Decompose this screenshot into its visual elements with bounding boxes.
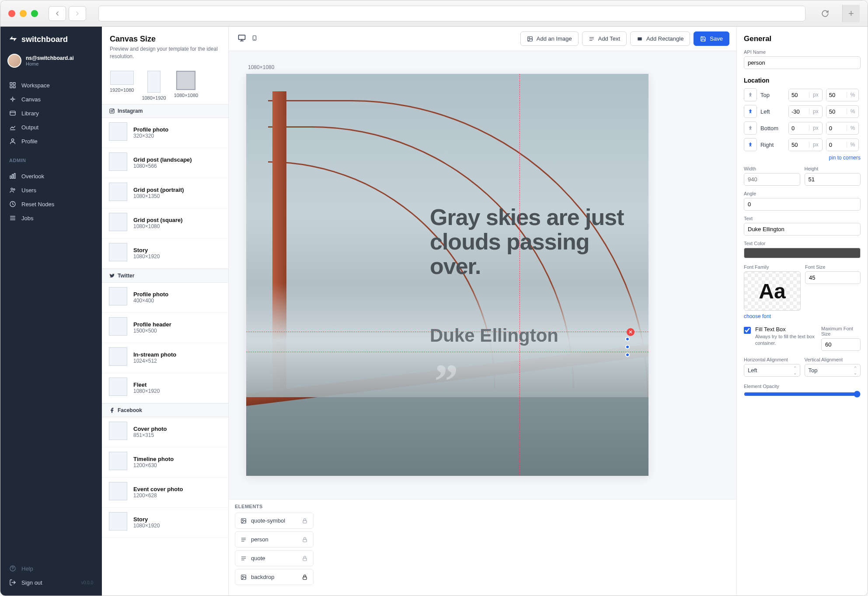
pin-top-button[interactable] xyxy=(744,88,757,101)
sidebar-item-output[interactable]: Output xyxy=(0,120,102,134)
size-preset-story[interactable]: Story1080×1920 xyxy=(102,508,228,538)
custom-size-1920x1080[interactable]: 1920×1080 xyxy=(110,71,134,100)
loc-left-pct[interactable] xyxy=(826,106,847,118)
add-rectangle-button[interactable]: Add Rectangle xyxy=(630,31,690,46)
user-block[interactable]: ns@switchboard.ai Home xyxy=(0,50,102,75)
loc-left-value[interactable] xyxy=(789,106,809,118)
lock-icon[interactable] xyxy=(302,518,308,524)
size-preset-grid-post-portrait-[interactable]: Grid post (portrait)1080×1350 xyxy=(102,178,228,208)
api-name-input[interactable] xyxy=(744,56,861,69)
forward-button[interactable] xyxy=(69,6,86,21)
sidebar-item-library[interactable]: Library xyxy=(0,106,102,120)
sidebar-item-help[interactable]: Help xyxy=(0,561,102,575)
back-button[interactable] xyxy=(49,6,66,21)
choose-font-link[interactable]: choose font xyxy=(744,313,771,319)
sidebar-item-signout[interactable]: Sign out v0.0.0 xyxy=(0,575,102,589)
custom-size-1080x1920[interactable]: 1080×1920 xyxy=(142,71,166,100)
lock-icon[interactable] xyxy=(302,574,308,580)
close-window-icon[interactable] xyxy=(8,10,15,17)
selection-handle[interactable] xyxy=(625,353,630,357)
loc-bottom-pct-unit[interactable]: % xyxy=(847,125,859,131)
element-row-person[interactable]: person xyxy=(235,531,314,547)
save-button[interactable]: Save xyxy=(694,31,729,46)
svg-rect-9 xyxy=(14,173,15,178)
url-bar[interactable] xyxy=(98,6,805,21)
angle-input[interactable] xyxy=(744,198,861,211)
loc-right-pct-unit[interactable]: % xyxy=(847,142,859,148)
size-preset-profile-photo[interactable]: Profile photo400×400 xyxy=(102,283,228,313)
pin-right-button[interactable] xyxy=(744,138,757,151)
artboard[interactable]: Gray skies are just clouds passing over.… xyxy=(246,74,648,476)
size-preset-fleet[interactable]: Fleet1080×1920 xyxy=(102,373,228,403)
lock-icon[interactable] xyxy=(302,555,308,561)
sidebar-item-profile[interactable]: Profile xyxy=(0,134,102,148)
desktop-view-icon[interactable] xyxy=(236,32,248,46)
lock-icon[interactable] xyxy=(302,537,308,543)
selection-handle[interactable] xyxy=(625,345,630,349)
height-input[interactable] xyxy=(805,173,861,186)
size-preset-cover-photo[interactable]: Cover photo851×315 xyxy=(102,417,228,447)
element-row-quote[interactable]: quote xyxy=(235,550,314,566)
inspector-panel: General API Name Location Toppx%Leftpx%B… xyxy=(736,27,868,596)
canvas-quote-text[interactable]: Gray skies are just clouds passing over. xyxy=(430,205,635,278)
canvas-quote-symbol[interactable]: ” xyxy=(434,353,450,409)
reload-button[interactable] xyxy=(818,6,833,21)
element-row-backdrop[interactable]: backdrop xyxy=(235,569,314,585)
size-preset-in-stream-photo[interactable]: In-stream photo1024×512 xyxy=(102,343,228,373)
loc-right-pct[interactable] xyxy=(826,139,847,151)
max-font-input[interactable] xyxy=(821,338,861,351)
h-align-select[interactable]: Left xyxy=(744,364,800,377)
loc-right-value[interactable] xyxy=(789,139,809,151)
pin-bottom-button[interactable] xyxy=(744,121,757,135)
loc-top-value[interactable] xyxy=(789,89,809,101)
size-category-twitter: Twitter xyxy=(102,269,228,283)
selection-handle[interactable] xyxy=(625,337,630,341)
loc-left-unit[interactable]: px xyxy=(809,108,822,114)
loc-top-unit[interactable]: px xyxy=(809,92,822,98)
nav-label: Profile xyxy=(21,138,38,145)
custom-size-1080x1080[interactable]: 1080×1080 xyxy=(174,71,198,100)
loc-left-pct-unit[interactable]: % xyxy=(847,108,859,114)
sidebar-item-canvas[interactable]: Canvas xyxy=(0,92,102,106)
sidebar-item-workspace[interactable]: Workspace xyxy=(0,78,102,92)
text-input[interactable] xyxy=(744,223,861,236)
size-preset-grid-post-square-[interactable]: Grid post (square)1080×1080 xyxy=(102,208,228,239)
size-preset-profile-header[interactable]: Profile header1500×500 xyxy=(102,313,228,343)
size-preset-grid-post-landscape-[interactable]: Grid post (landscape)1080×566 xyxy=(102,148,228,178)
size-preset-profile-photo[interactable]: Profile photo320×320 xyxy=(102,118,228,148)
width-input[interactable] xyxy=(744,173,800,186)
size-preset-timeline-photo[interactable]: Timeline photo1200×630 xyxy=(102,447,228,478)
loc-top-pct[interactable] xyxy=(826,89,847,101)
canvas-person-element[interactable]: Duke Ellington xyxy=(430,325,631,351)
add-image-button[interactable]: Add an Image xyxy=(520,31,579,46)
loc-bottom-unit[interactable]: px xyxy=(809,125,822,131)
sidebar-item-users[interactable]: Users xyxy=(0,183,102,197)
v-align-select[interactable]: Top xyxy=(805,364,861,377)
fill-text-box-checkbox[interactable] xyxy=(744,327,751,334)
loc-bottom-value[interactable] xyxy=(789,122,809,134)
sidebar-item-jobs[interactable]: Jobs xyxy=(0,211,102,225)
nav-label: Overlook xyxy=(21,173,44,180)
opacity-slider[interactable] xyxy=(744,391,861,398)
element-row-quote-symbol[interactable]: quote-symbol xyxy=(235,513,314,529)
mobile-view-icon[interactable] xyxy=(250,32,259,46)
image-icon xyxy=(241,574,247,580)
size-preset-event-cover-photo[interactable]: Event cover photo1200×628 xyxy=(102,478,228,508)
add-text-button[interactable]: Add Text xyxy=(582,31,627,46)
maximize-window-icon[interactable] xyxy=(31,10,38,17)
delete-element-icon[interactable]: ✕ xyxy=(627,328,634,336)
new-tab-button[interactable]: + xyxy=(842,5,860,22)
size-preset-story[interactable]: Story1080×1920 xyxy=(102,239,228,269)
loc-bottom-pct[interactable] xyxy=(826,122,847,134)
text-color-swatch[interactable] xyxy=(744,248,861,258)
loc-top-pct-unit[interactable]: % xyxy=(847,92,859,98)
sidebar-item-overlook[interactable]: Overlook xyxy=(0,169,102,183)
minimize-window-icon[interactable] xyxy=(20,10,27,17)
pin-left-button[interactable] xyxy=(744,105,757,118)
font-size-input[interactable] xyxy=(805,271,861,284)
loc-right-unit[interactable]: px xyxy=(809,142,822,148)
canvas-viewport[interactable]: 1080×1080 Gray skies are just clouds pas… xyxy=(229,51,736,499)
sidebar-item-reset-nodes[interactable]: Reset Nodes xyxy=(0,197,102,211)
pin-to-corners-link[interactable]: pin to corners xyxy=(829,155,861,161)
profile-icon xyxy=(9,138,16,145)
